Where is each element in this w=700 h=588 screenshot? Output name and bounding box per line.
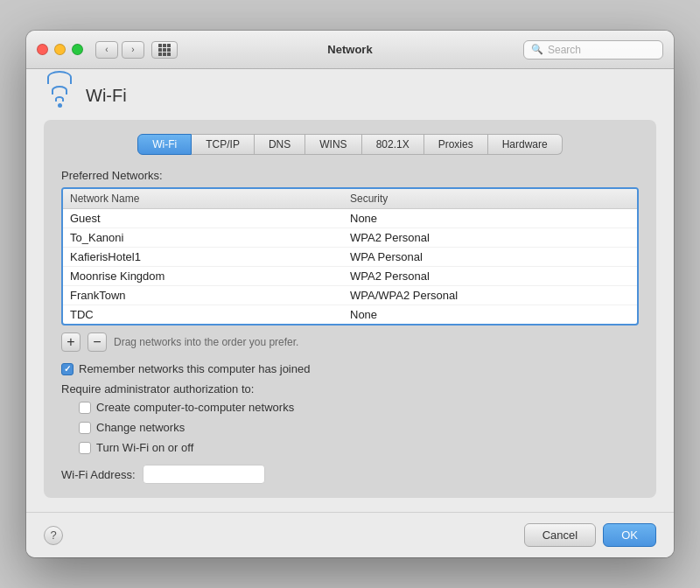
tab-tcpip[interactable]: TCP/IP bbox=[192, 134, 255, 155]
wifi-address-input[interactable] bbox=[143, 465, 265, 484]
remove-network-button[interactable]: − bbox=[88, 332, 107, 352]
network-name: Moonrise Kingdom bbox=[70, 270, 350, 283]
create-computer-label: Create computer-to-computer networks bbox=[96, 401, 294, 414]
change-networks-row[interactable]: Change networks bbox=[79, 421, 639, 434]
drag-hint: Drag networks into the order you prefer. bbox=[114, 336, 298, 348]
network-name: TDC bbox=[70, 308, 350, 321]
remember-checkbox-row[interactable]: Remember networks this computer has join… bbox=[61, 362, 639, 375]
network-name: FrankTown bbox=[70, 289, 350, 302]
tab-hardware[interactable]: Hardware bbox=[488, 134, 563, 155]
bottom-buttons: Cancel OK bbox=[524, 523, 656, 547]
create-computer-checkbox[interactable] bbox=[79, 402, 91, 414]
search-placeholder: Search bbox=[548, 44, 581, 56]
create-computer-row[interactable]: Create computer-to-computer networks bbox=[79, 401, 639, 414]
tabs: Wi-Fi TCP/IP DNS WINS 802.1X Proxies Har… bbox=[61, 134, 639, 155]
table-row[interactable]: KafierisHotel1 WPA Personal bbox=[63, 248, 637, 267]
turn-wifi-label: Turn Wi-Fi on or off bbox=[96, 441, 193, 454]
auth-label: Require administrator authorization to: bbox=[61, 382, 639, 396]
window-title: Network bbox=[327, 43, 372, 56]
window: ‹ › Network 🔍 Search bbox=[26, 31, 674, 557]
tab-8021x[interactable]: 802.1X bbox=[362, 134, 424, 155]
wifi-address-label: Wi-Fi Address: bbox=[61, 468, 136, 481]
maximize-button[interactable] bbox=[72, 44, 83, 55]
traffic-lights bbox=[37, 44, 83, 55]
network-security: WPA Personal bbox=[350, 250, 630, 263]
table-row[interactable]: FrankTown WPA/WPA2 Personal bbox=[63, 286, 637, 305]
back-icon: ‹ bbox=[105, 45, 108, 54]
search-box[interactable]: 🔍 Search bbox=[523, 40, 663, 60]
titlebar: ‹ › Network 🔍 Search bbox=[26, 31, 674, 69]
forward-icon: › bbox=[131, 45, 134, 54]
auth-options: Create computer-to-computer networks Cha… bbox=[61, 401, 639, 454]
tabs-container: Wi-Fi TCP/IP DNS WINS 802.1X Proxies Har… bbox=[44, 120, 656, 498]
tab-dns[interactable]: DNS bbox=[255, 134, 305, 155]
wifi-waves bbox=[47, 71, 72, 108]
search-icon: 🔍 bbox=[531, 44, 543, 55]
remember-checkbox[interactable] bbox=[61, 363, 74, 375]
add-network-button[interactable]: + bbox=[61, 332, 80, 352]
turn-wifi-row[interactable]: Turn Wi-Fi on or off bbox=[79, 441, 639, 454]
wifi-dot bbox=[58, 103, 62, 108]
table-row[interactable]: Moonrise Kingdom WPA2 Personal bbox=[63, 267, 637, 286]
wifi-header: Wi-Fi bbox=[44, 83, 656, 108]
grid-icon bbox=[158, 44, 171, 56]
nav-buttons: ‹ › bbox=[95, 41, 144, 59]
table-actions: + − Drag networks into the order you pre… bbox=[61, 332, 639, 352]
networks-table: Network Name Security Guest None To_Kano… bbox=[61, 187, 639, 326]
table-row[interactable]: To_Kanoni WPA2 Personal bbox=[63, 228, 637, 248]
column-security-header: Security bbox=[350, 192, 630, 205]
wifi-icon bbox=[44, 83, 75, 108]
change-networks-label: Change networks bbox=[96, 421, 185, 434]
help-button[interactable]: ? bbox=[44, 526, 63, 545]
wifi-arc-medium bbox=[52, 86, 67, 94]
grid-button[interactable] bbox=[151, 41, 178, 59]
wifi-title: Wi-Fi bbox=[86, 86, 127, 106]
cancel-button[interactable]: Cancel bbox=[524, 523, 596, 547]
preferred-networks-label: Preferred Networks: bbox=[61, 169, 639, 182]
network-security: WPA2 Personal bbox=[350, 231, 630, 244]
column-name-header: Network Name bbox=[70, 192, 350, 205]
forward-button[interactable]: › bbox=[122, 41, 144, 59]
wifi-arc-small bbox=[55, 96, 64, 102]
table-row[interactable]: TDC None bbox=[63, 305, 637, 324]
wifi-address-row: Wi-Fi Address: bbox=[61, 465, 639, 484]
tab-wins[interactable]: WINS bbox=[305, 134, 361, 155]
network-name: To_Kanoni bbox=[70, 231, 350, 244]
back-button[interactable]: ‹ bbox=[95, 41, 118, 59]
turn-wifi-checkbox[interactable] bbox=[79, 442, 91, 454]
network-security: WPA2 Personal bbox=[350, 270, 630, 283]
network-name: Guest bbox=[70, 212, 350, 225]
ok-button[interactable]: OK bbox=[603, 523, 656, 547]
remember-label: Remember networks this computer has join… bbox=[79, 362, 310, 375]
table-row[interactable]: Guest None bbox=[63, 209, 637, 228]
change-networks-checkbox[interactable] bbox=[79, 422, 91, 434]
network-name: KafierisHotel1 bbox=[70, 250, 350, 263]
minimize-button[interactable] bbox=[54, 44, 66, 55]
network-security: None bbox=[350, 308, 630, 321]
bottom-bar: ? Cancel OK bbox=[26, 512, 674, 557]
tab-proxies[interactable]: Proxies bbox=[424, 134, 488, 155]
close-button[interactable] bbox=[37, 44, 48, 55]
main-content: Wi-Fi Wi-Fi TCP/IP DNS WINS 802.1X Proxi… bbox=[26, 69, 674, 512]
network-security: None bbox=[350, 212, 630, 225]
network-security: WPA/WPA2 Personal bbox=[350, 289, 630, 302]
tab-wifi[interactable]: Wi-Fi bbox=[137, 134, 192, 155]
wifi-arc-large bbox=[47, 71, 72, 84]
table-header: Network Name Security bbox=[63, 189, 637, 209]
